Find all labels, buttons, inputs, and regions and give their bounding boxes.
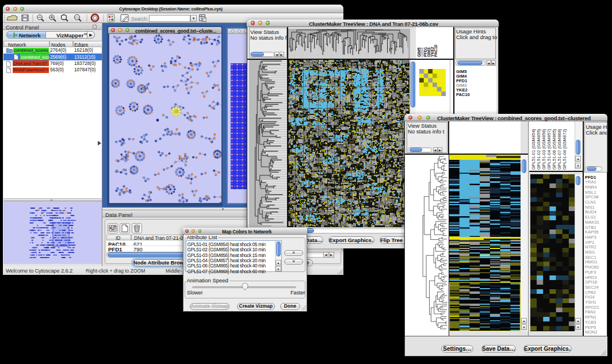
- svg-text:1:1: 1:1: [75, 16, 79, 19]
